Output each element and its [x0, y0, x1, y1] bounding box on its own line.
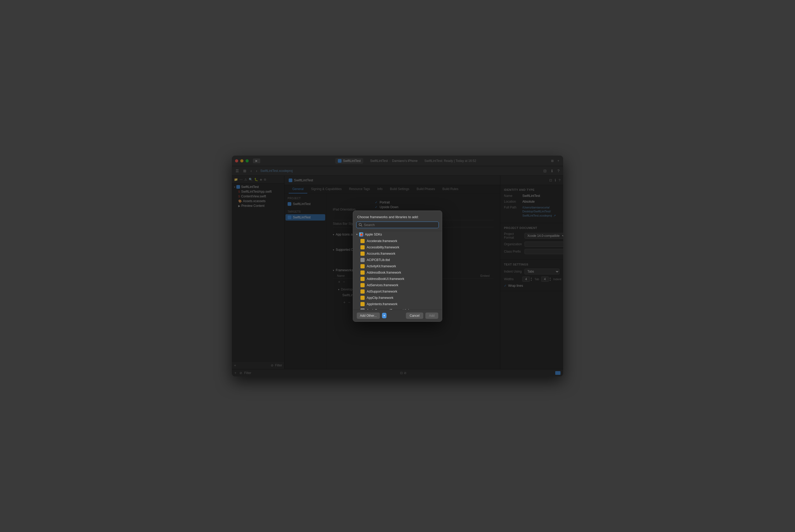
list-item[interactable]: AdSupport.framework: [353, 288, 442, 294]
fw-icon: [360, 283, 365, 287]
framework-picker-modal: Choose frameworks and libraries to add: …: [353, 211, 442, 322]
fw-icon: [360, 239, 365, 243]
fw-icon: [360, 289, 365, 293]
apple-sdks-label: Apple SDKs: [365, 233, 382, 236]
fw-label: Accounts.framework: [367, 252, 395, 255]
cancel-button[interactable]: Cancel: [406, 312, 423, 319]
fw-icon: [360, 296, 365, 300]
fw-icon: [360, 308, 365, 310]
list-item[interactable]: Accessibility.framework: [353, 244, 442, 250]
apple-sdks-group[interactable]: ▾ 🍎 Apple SDKs: [353, 231, 442, 238]
fw-label: ACIPCBTLib.tbd: [367, 258, 390, 262]
list-item[interactable]: AppleConvergedTransport.tbd: [353, 307, 442, 310]
modal-search-icon: [359, 223, 362, 227]
modal-footer: Add Other... ▾ Cancel Add: [353, 310, 442, 321]
list-item[interactable]: AppIntents.framework: [353, 301, 442, 307]
fw-icon: [360, 277, 365, 281]
fw-label: AppleConvergedTransport.tbd: [367, 309, 409, 310]
xcode-window: ▶ SwiftLintTest SwiftLintTest › Damiano'…: [232, 156, 563, 376]
fw-label: AppIntents.framework: [367, 302, 398, 306]
fw-label: AppClip.framework: [367, 296, 393, 300]
fw-label: Accessibility.framework: [367, 246, 399, 249]
list-item[interactable]: Accelerate.framework: [353, 238, 442, 244]
modal-overlay: Choose frameworks and libraries to add: …: [232, 156, 563, 376]
fw-icon: [360, 258, 365, 262]
fw-icon: [360, 302, 365, 306]
add-other-button[interactable]: Add Other...: [357, 312, 380, 319]
svg-line-1: [361, 226, 362, 227]
list-item[interactable]: AdServices.framework: [353, 282, 442, 288]
fw-label: AddressBookUI.framework: [367, 277, 404, 281]
apple-sdks-icon: 🍎: [359, 232, 363, 236]
add-button[interactable]: Add: [425, 312, 438, 319]
fw-label: AdSupport.framework: [367, 290, 397, 293]
apple-sdks-chevron: ▾: [356, 233, 358, 236]
list-item[interactable]: ACIPCBTLib.tbd: [353, 257, 442, 263]
add-other-dropdown[interactable]: ▾: [382, 313, 386, 318]
list-item[interactable]: ActivityKit.framework: [353, 263, 442, 269]
modal-title: Choose frameworks and libraries to add:: [353, 211, 442, 222]
fw-icon: [360, 264, 365, 268]
fw-icon: [360, 245, 365, 249]
modal-framework-list: ▾ 🍎 Apple SDKs Accelerate.framework Acce…: [353, 231, 442, 310]
modal-search-bar[interactable]: [356, 222, 439, 228]
list-item[interactable]: AddressBook.framework: [353, 269, 442, 276]
list-item[interactable]: AppClip.framework: [353, 294, 442, 301]
fw-icon: [360, 251, 365, 256]
fw-label: ActivityKit.framework: [367, 264, 396, 268]
fw-label: AddressBook.framework: [367, 271, 401, 274]
fw-icon: [360, 270, 365, 275]
fw-label: Accelerate.framework: [367, 239, 397, 243]
fw-label: AdServices.framework: [367, 283, 398, 287]
list-item[interactable]: Accounts.framework: [353, 250, 442, 257]
list-item[interactable]: AddressBookUI.framework: [353, 276, 442, 282]
modal-search-input[interactable]: [364, 223, 436, 227]
